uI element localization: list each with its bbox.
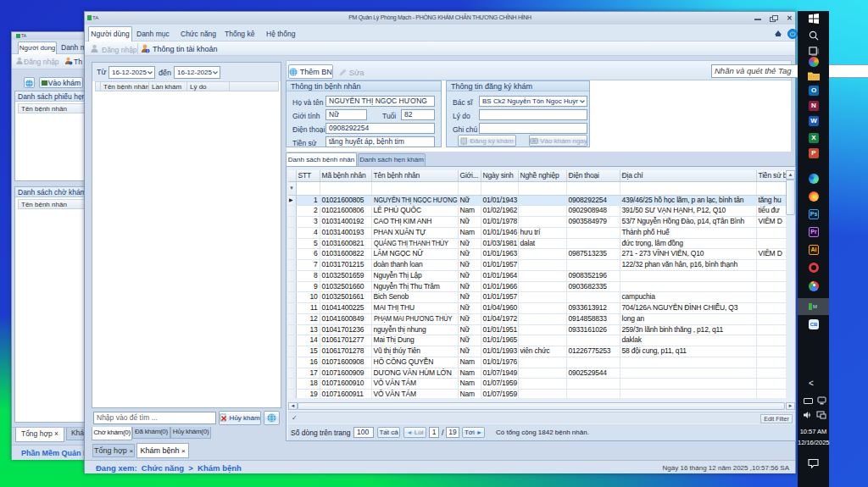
svg-text:i: i [147, 49, 148, 53]
